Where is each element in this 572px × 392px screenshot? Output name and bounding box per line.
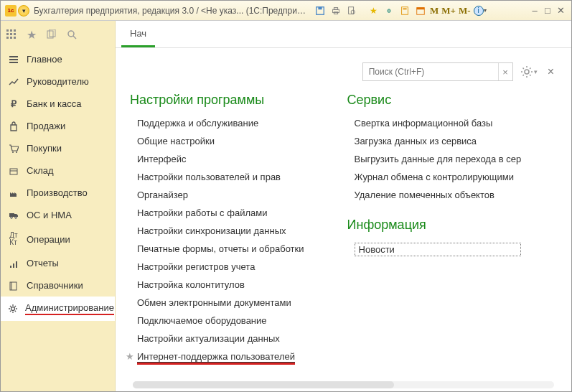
settings-link[interactable]: Печатные формы, отчеты и обработки bbox=[137, 243, 304, 254]
settings-link[interactable]: Настройка колонтитулов bbox=[137, 279, 304, 290]
svg-point-39 bbox=[11, 307, 15, 311]
truck-icon bbox=[8, 210, 19, 220]
settings-link[interactable]: Подключаемое оборудование bbox=[137, 315, 304, 326]
report-icon bbox=[8, 258, 19, 269]
settings-link[interactable]: Общие настройки bbox=[137, 136, 304, 146]
sidebar-item-trend[interactable]: Руководителю bbox=[1, 70, 115, 93]
tab-bar: Нач bbox=[116, 21, 571, 48]
window-title: Бухгалтерия предприятия, редакция 3.0 / … bbox=[34, 6, 306, 16]
svg-line-23 bbox=[73, 36, 76, 39]
sidebar-item-label: Главное bbox=[27, 54, 62, 65]
news-link[interactable]: Новости bbox=[355, 243, 522, 256]
sidebar-item-bag[interactable]: Продажи bbox=[1, 115, 115, 137]
svg-rect-1 bbox=[318, 6, 322, 9]
calc-icon[interactable] bbox=[398, 4, 412, 17]
settings-link[interactable]: Настройки работы с файлами bbox=[137, 207, 304, 218]
svg-rect-15 bbox=[10, 33, 12, 35]
svg-rect-36 bbox=[16, 261, 17, 268]
svg-point-28 bbox=[16, 151, 17, 153]
save-icon[interactable] bbox=[313, 4, 327, 17]
close-button[interactable]: ✕ bbox=[554, 5, 567, 17]
tab-start[interactable]: Нач bbox=[121, 21, 155, 47]
horizontal-scrollbar[interactable] bbox=[133, 381, 554, 388]
svg-rect-19 bbox=[14, 37, 16, 39]
m-plus-button[interactable]: M+ bbox=[440, 5, 457, 17]
m-button[interactable]: M bbox=[428, 5, 440, 17]
box-icon bbox=[8, 166, 19, 176]
star-icon: ★ bbox=[126, 351, 134, 362]
search-clear-button[interactable]: × bbox=[498, 63, 512, 80]
settings-link[interactable]: Настройки регистров учета bbox=[137, 261, 304, 272]
apps-icon[interactable] bbox=[6, 29, 17, 39]
svg-rect-17 bbox=[6, 37, 9, 39]
svg-rect-7 bbox=[402, 6, 408, 14]
info-section-title: Информация bbox=[347, 218, 522, 233]
svg-point-32 bbox=[11, 216, 13, 218]
svg-rect-34 bbox=[10, 266, 11, 268]
sidebar-item-label: Банк и касса bbox=[27, 98, 82, 109]
svg-point-40 bbox=[525, 70, 529, 74]
service-section-title: Сервис bbox=[347, 93, 522, 108]
sidebar: ★ ГлавноеРуководителю₽Банк и кассаПродаж… bbox=[1, 21, 116, 391]
service-link[interactable]: Журнал обмена с контролирующими bbox=[355, 172, 522, 182]
sidebar-item-label: Покупки bbox=[27, 143, 62, 154]
print-icon[interactable] bbox=[329, 4, 343, 17]
svg-rect-13 bbox=[14, 29, 16, 32]
sidebar-item-label: Производство bbox=[27, 187, 88, 198]
search-icon[interactable] bbox=[67, 29, 77, 39]
sidebar-item-label: ОС и НМА bbox=[27, 210, 72, 220]
bag-icon bbox=[8, 121, 19, 131]
service-link[interactable]: Загрузка данных из сервиса bbox=[355, 136, 522, 146]
sidebar-item-book[interactable]: Справочники bbox=[1, 274, 115, 297]
svg-point-27 bbox=[12, 151, 14, 153]
sidebar-item-ruble[interactable]: ₽Банк и касса bbox=[1, 93, 115, 115]
link-icon[interactable] bbox=[382, 4, 396, 17]
history-icon[interactable] bbox=[47, 29, 57, 39]
info-icon[interactable]: i▾ bbox=[473, 4, 487, 17]
internet-support-link[interactable]: Интернет-поддержка пользователей bbox=[137, 351, 295, 365]
service-link[interactable]: Удаление помеченных объектов bbox=[355, 190, 522, 200]
star-icon[interactable]: ★ bbox=[366, 4, 380, 17]
settings-link[interactable]: Обмен электронными документами bbox=[137, 297, 304, 308]
service-link[interactable]: Выгрузить данные для перехода в сер bbox=[355, 154, 522, 164]
factory-icon bbox=[8, 188, 19, 198]
sidebar-item-cart[interactable]: Покупки bbox=[1, 137, 115, 159]
settings-link[interactable]: Настройки актуализации данных bbox=[137, 333, 304, 344]
service-link[interactable]: Свертка информационной базы bbox=[355, 118, 522, 129]
settings-link[interactable]: Органайзер bbox=[137, 190, 304, 200]
sidebar-item-menu[interactable]: Главное bbox=[1, 48, 115, 70]
search-input[interactable] bbox=[363, 67, 498, 77]
svg-point-33 bbox=[15, 216, 17, 218]
dropdown-icon[interactable] bbox=[18, 5, 29, 17]
sidebar-item-report[interactable]: Отчеты bbox=[1, 252, 115, 274]
svg-rect-12 bbox=[10, 29, 12, 32]
sidebar-item-ops[interactable]: ДтКтОперации bbox=[1, 226, 115, 252]
sidebar-item-factory[interactable]: Производство bbox=[1, 182, 115, 204]
book-icon bbox=[8, 281, 19, 291]
svg-rect-16 bbox=[14, 33, 16, 35]
calendar-icon[interactable] bbox=[413, 4, 428, 17]
svg-rect-35 bbox=[13, 263, 14, 268]
panel-close-button[interactable]: × bbox=[545, 65, 557, 78]
m-minus-button[interactable]: M- bbox=[457, 5, 472, 17]
favorite-icon[interactable]: ★ bbox=[27, 28, 37, 42]
sidebar-item-truck[interactable]: ОС и НМА bbox=[1, 204, 115, 226]
sidebar-item-label: Справочники bbox=[27, 280, 83, 291]
gear-icon bbox=[8, 304, 18, 314]
settings-link[interactable]: Интерфейс bbox=[137, 154, 304, 164]
settings-link[interactable]: Настройки пользователей и прав bbox=[137, 172, 304, 182]
sidebar-item-box[interactable]: Склад bbox=[1, 159, 115, 182]
svg-rect-3 bbox=[334, 7, 337, 9]
preview-icon[interactable] bbox=[344, 4, 359, 17]
sidebar-item-gear[interactable]: Администрирование bbox=[1, 297, 115, 321]
minimize-button[interactable]: – bbox=[528, 5, 541, 17]
settings-gear-icon[interactable]: ▾ bbox=[520, 65, 538, 78]
sidebar-item-label: Руководителю bbox=[27, 76, 89, 87]
svg-rect-37 bbox=[10, 282, 17, 290]
settings-link[interactable]: Настройки синхронизации данных bbox=[137, 225, 304, 236]
settings-link[interactable]: Поддержка и обслуживание bbox=[137, 118, 304, 129]
svg-rect-31 bbox=[9, 213, 14, 217]
svg-rect-14 bbox=[6, 33, 9, 35]
tab-label: Нач bbox=[130, 28, 146, 39]
maximize-button[interactable]: □ bbox=[541, 5, 554, 17]
